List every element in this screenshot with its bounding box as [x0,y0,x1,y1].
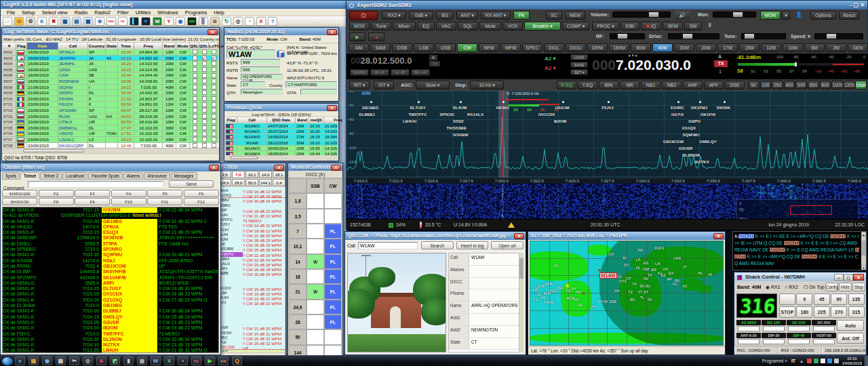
mode-nfm[interactable]: NFM [479,43,499,52]
col-QSLR[interactable]: QSLR [190,43,199,49]
qsl-checkbox[interactable] [199,114,209,119]
exit-icon[interactable]: X [256,17,266,26]
mode-usb[interactable]: USB [435,43,456,52]
log-row[interactable]: 869616/06/2019C4W5B16:4414.044.4020MCW✔ [3,73,218,79]
auto-button[interactable]: Auto [837,320,864,331]
bandmap-spot[interactable]: DL2NOM!! CW 24 dB 31 WPM [214,331,285,336]
band-7,0[interactable]: 7,0 [232,171,245,178]
button-vac[interactable]: VAC [436,22,456,30]
drive-slider[interactable] [668,33,719,39]
fkey-F11[interactable]: F11 [147,198,182,205]
qsl-checkbox[interactable] [209,96,218,102]
w1aw-label[interactable]: W1AW [599,272,617,279]
cluster-titlebar[interactable]: Cluster (filter on) ✕ [1,163,220,171]
qsl-checkbox[interactable] [199,137,209,142]
qsl-checkbox[interactable] [199,61,209,66]
button-sql[interactable]: SQL [458,22,478,30]
bw-user[interactable]: User [855,81,867,89]
search-icon[interactable]: ⊕ [95,17,104,26]
window-controls[interactable]: –▢✕ [834,273,864,281]
spectrum-spot-label[interactable]: SP5CKI [439,113,454,117]
bandmap-spot[interactable]: GB19BG [214,203,285,208]
fkey-F8[interactable]: F8 [39,198,74,205]
spectrum-spot-label[interactable]: G3USR [679,146,693,150]
spectrum-spot-label[interactable]: TM57FFC [409,113,427,117]
log-row[interactable]: 869716/06/2019R205NEWUA18:0814.039.8120M… [3,79,218,85]
qsl-checkbox[interactable] [190,67,199,73]
bandmap-spot[interactable]: LB4UH!! CW 21 dB 31 WPM [214,213,285,218]
qrz-button-insert-in-log[interactable]: Insert in log [456,241,489,249]
slider-knob[interactable] [745,34,754,39]
bandmap-spot[interactable]: IB2UM!! CW 19 dB 22 WPM [214,291,285,296]
rotor-button-135[interactable]: 135 [848,293,865,305]
binocular-icon[interactable]: ◎ [233,17,243,26]
start-button[interactable] [1,357,14,366]
qsl-checkbox[interactable] [199,49,209,55]
new-icon[interactable]: □ [3,17,12,26]
qsl-checkbox[interactable] [209,67,218,73]
skimmer-icon[interactable]: ▍ [130,17,139,26]
rotor-button-270[interactable]: 270 [831,306,847,318]
mode-lsb[interactable]: LSB [414,43,434,52]
qsl-checkbox[interactable] [209,108,218,113]
play-button[interactable]: ▶ [349,33,366,41]
log-row[interactable]: 870523/06/2019DM5WGLDL17:4710.102.0330MC… [3,125,218,131]
power-indicator[interactable] [763,339,785,344]
globe-icon[interactable]: ◉ [176,17,185,26]
log-row[interactable]: 870723/06/2019LZ2ALCLZ18:2310.102.0130MC… [3,137,218,143]
speed-slider[interactable] [814,33,863,39]
decoder-scrollbar[interactable]: ▲ ▼ [861,232,866,270]
png-icon[interactable]: PNG [106,17,116,26]
spectrum-spot-label[interactable]: DK5XK [717,106,730,110]
spectrum-spot-label[interactable]: F5JVJ [601,106,614,110]
button-tune[interactable]: Tune [371,22,391,30]
bandmap-spot[interactable]: ES4RC!! CW 26 dB 31 WPM [214,336,285,340]
rotor-button-225[interactable]: 225 [814,306,830,318]
user-icon[interactable]: 👤 [795,11,805,20]
bandmap-spot[interactable]: F5JVJ!! CW 18 dB 16 WPM [214,300,285,305]
qrz-button-open-url[interactable]: Open url [491,241,524,249]
slider-knob[interactable] [683,34,692,39]
settings-icon[interactable]: ⚙ [26,17,35,26]
worked-cell-ssb[interactable]: W [307,284,324,299]
bandmap-spot[interactable]: DG9VH!! CW 16 dB 13 WPM [214,188,285,193]
qsl-checkbox[interactable] [190,85,199,90]
tray-expand-icon[interactable]: ▲ [800,356,804,366]
qsl-checkbox[interactable] [190,96,199,102]
close-icon[interactable]: ✕ [209,165,219,171]
button-eq[interactable]: EQ [417,22,435,30]
fkey-F5[interactable]: F5 [147,190,182,197]
rotor-button-blank[interactable] [779,293,795,305]
filter-bin[interactable]: BIN [599,81,618,89]
spectrum-spot-label[interactable]: DL2NOM [682,153,699,157]
menu-windows[interactable]: Windows [154,9,181,16]
spectrum-spot-label[interactable]: I4EWH [496,106,509,110]
worked-cell-ssb[interactable] [307,269,324,284]
band-gen[interactable]: GEN [848,43,868,52]
spectrum-spot-label[interactable]: S53IZ [453,119,464,123]
close-icon[interactable]: ✕ [713,233,724,239]
mon-button[interactable]: MON [760,11,781,20]
qsl-checkbox[interactable] [190,102,199,107]
speaker-icon[interactable]: 🔊 [675,11,690,20]
taskbar-magnifier-icon[interactable]: ◎ [83,357,93,365]
power-indicator[interactable] [738,339,760,344]
qsl-checkbox[interactable] [190,137,199,142]
bandmap-spot[interactable]: G3USR!! CW 21 dB 23 WPM [214,350,285,352]
detail-value[interactable]: W1AW [469,253,519,265]
button-sc[interactable]: SC [546,11,562,20]
map-icon[interactable]: M [153,17,162,26]
menu-radio2[interactable]: Radio2 [91,9,114,16]
fkey-SH-DX-100[interactable]: SH/DX/100 [2,190,37,197]
prevq-row[interactable]: W1AW/124/07/201415M20:1621.029.92 [225,123,338,129]
bandmap-spot[interactable]: RA1ALS!! CW 23 dB 28 WPM [214,262,285,266]
worked-cell-cw[interactable]: PL [324,284,342,299]
edit-icon[interactable]: E [37,17,47,26]
shack-button-hide[interactable]: Hide [839,283,852,291]
bw-400[interactable]: 400 [784,81,795,89]
qsl-checkbox[interactable] [199,85,209,90]
warning-icon[interactable] [508,222,515,228]
button-save[interactable]: SAVE [570,62,588,68]
col-Band[interactable]: Band [163,43,176,49]
col-QSO Date[interactable]: QSO Date [267,117,296,123]
